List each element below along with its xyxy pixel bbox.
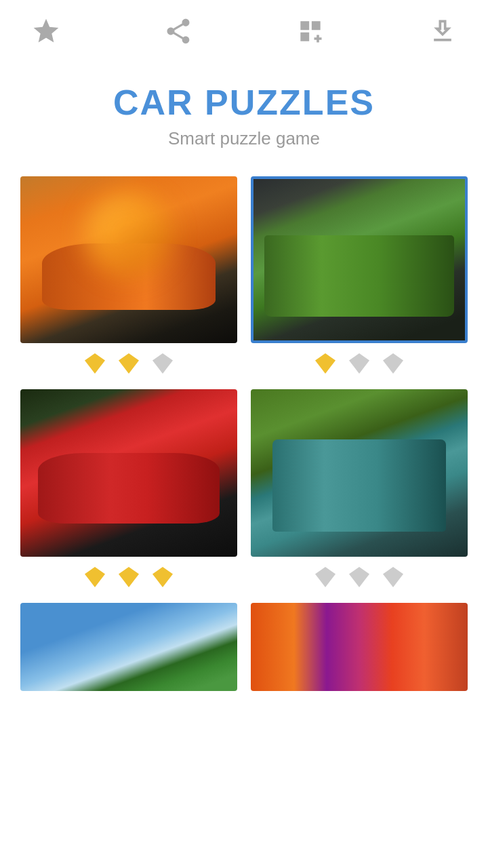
- puzzle-image-5[interactable]: [20, 603, 237, 691]
- favorite-button[interactable]: [27, 12, 64, 50]
- star-row-2: [313, 351, 405, 376]
- puzzle-image-4[interactable]: [251, 389, 468, 556]
- star-2-3: [381, 351, 405, 376]
- puzzle-item-5: [20, 603, 237, 691]
- star-4-3: [381, 565, 405, 589]
- puzzle-image-1[interactable]: [20, 176, 237, 343]
- app-title: CAR PUZZLES: [14, 82, 474, 123]
- star-4-2: [347, 565, 371, 589]
- share-button[interactable]: [159, 12, 197, 50]
- puzzle-image-2[interactable]: [251, 176, 468, 343]
- star-row-4: [313, 565, 405, 589]
- star-row-1: [83, 351, 175, 376]
- star-3-3: [150, 565, 175, 589]
- export-button[interactable]: [424, 12, 461, 50]
- star-4-1: [313, 565, 338, 589]
- app-subtitle: Smart puzzle game: [14, 128, 474, 149]
- puzzle-item-6: [251, 603, 468, 691]
- star-3-1: [83, 565, 107, 589]
- star-2-2: [347, 351, 371, 376]
- puzzle-image-6[interactable]: [251, 603, 468, 691]
- add-apps-button[interactable]: [291, 12, 329, 50]
- star-1-1: [83, 351, 107, 376]
- puzzle-grid: [0, 156, 488, 705]
- puzzle-image-3[interactable]: [20, 389, 237, 556]
- puzzle-item-2: [251, 176, 468, 376]
- star-1-2: [117, 351, 141, 376]
- star-2-1: [313, 351, 338, 376]
- puzzle-item-3: [20, 389, 237, 589]
- puzzle-item-4: [251, 389, 468, 589]
- app-header: CAR PUZZLES Smart puzzle game: [0, 62, 488, 156]
- star-row-3: [83, 565, 175, 589]
- toolbar: [0, 0, 488, 62]
- star-3-2: [117, 565, 141, 589]
- star-1-3: [150, 351, 175, 376]
- puzzle-item-1: [20, 176, 237, 376]
